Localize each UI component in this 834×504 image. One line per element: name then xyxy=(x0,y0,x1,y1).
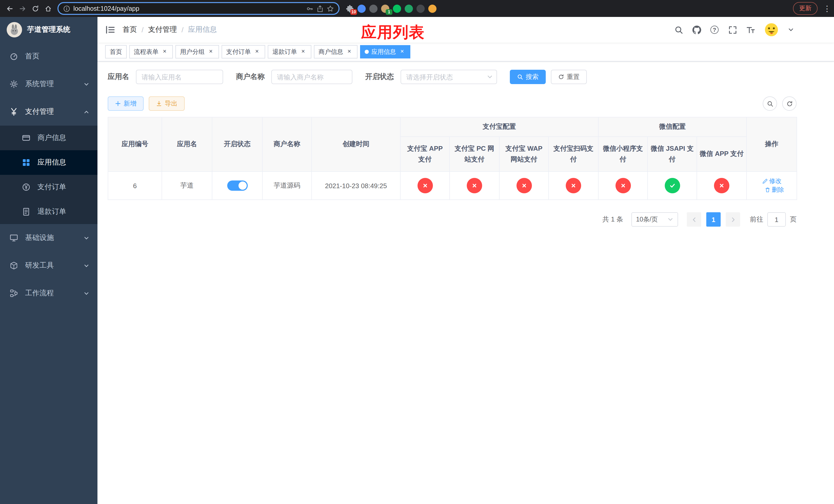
export-button[interactable]: 导出 xyxy=(149,96,185,111)
merchant-input[interactable] xyxy=(271,70,352,84)
site-info-icon[interactable] xyxy=(63,5,70,12)
extension-badge: 1 xyxy=(386,9,392,15)
goto-label: 前往 xyxy=(750,215,763,224)
extension-green-square-icon[interactable] xyxy=(405,4,413,13)
user-avatar[interactable] xyxy=(764,22,779,38)
merchant-label: 商户名称 xyxy=(236,72,265,82)
sidebar-item-workflow[interactable]: 工作流程 xyxy=(0,279,97,307)
browser-forward-icon[interactable] xyxy=(16,3,28,14)
logo-rabbit-icon xyxy=(7,22,22,38)
github-icon[interactable] xyxy=(692,25,701,35)
table-row: 6 芋道 芋道源码 2021-10-23 08:49:25 xyxy=(108,171,797,200)
user-menu-caret-icon[interactable] xyxy=(788,27,794,33)
header-search-icon[interactable] xyxy=(674,25,683,35)
sidebar-item-infrastructure[interactable]: 基础设施 xyxy=(0,224,97,252)
extension-dark-circle-icon[interactable] xyxy=(416,4,425,13)
password-key-icon[interactable] xyxy=(306,5,313,12)
search-button[interactable]: 搜索 xyxy=(510,70,546,84)
sidebar-item-payment[interactable]: 支付管理 xyxy=(0,98,97,125)
cell-app-id: 6 xyxy=(108,171,162,200)
sidebar-item-dev-tools[interactable]: 研发工具 xyxy=(0,252,97,279)
delete-button[interactable]: 删除 xyxy=(765,186,784,194)
extension-gray-globe-icon[interactable] xyxy=(369,4,377,13)
page-number-button[interactable]: 1 xyxy=(706,212,721,227)
tab-pay-order[interactable]: 支付订单× xyxy=(222,45,265,59)
fullscreen-icon[interactable] xyxy=(728,25,737,35)
col-app-id: 应用编号 xyxy=(108,117,162,171)
sidebar-logo[interactable]: 芋道管理系统 xyxy=(0,17,97,43)
breadcrumb-item[interactable]: 首页 xyxy=(123,25,137,35)
col-app-name: 应用名 xyxy=(162,117,212,171)
browser-menu-icon[interactable]: ⋮ xyxy=(823,4,830,13)
enabled-status-icon xyxy=(664,178,680,193)
browser-home-icon[interactable] xyxy=(42,3,54,14)
tab-label: 退款订单 xyxy=(272,47,297,56)
tab-merchant-info[interactable]: 商户信息× xyxy=(314,45,357,59)
browser-back-icon[interactable] xyxy=(4,3,15,14)
chevron-up-icon xyxy=(84,109,89,115)
app-header: 首页/支付管理/应用信息 ? xyxy=(97,17,834,43)
breadcrumb-separator: / xyxy=(181,26,184,34)
status-select[interactable] xyxy=(401,70,497,84)
status-select-input[interactable] xyxy=(401,70,497,84)
sidebar-item-merchant-info[interactable]: 商户信息 xyxy=(0,125,97,150)
extension-tan-avatar-icon[interactable]: 1 xyxy=(381,4,389,13)
goto-suffix: 页 xyxy=(790,215,796,224)
disabled-status-icon xyxy=(467,178,482,193)
col-status: 开启状态 xyxy=(212,117,262,171)
page-size-select[interactable]: 10条/页 xyxy=(631,212,678,227)
tab-close-icon[interactable]: × xyxy=(300,48,307,55)
sidebar-item-home[interactable]: 首页 xyxy=(0,43,97,70)
tab-close-icon[interactable]: × xyxy=(207,48,214,55)
sidebar-item-system[interactable]: 系统管理 xyxy=(0,70,97,98)
address-bar[interactable]: localhost:1024/pay/app xyxy=(58,2,339,15)
tab-app-info[interactable]: 应用信息× xyxy=(360,45,410,59)
sidebar-toggle-icon[interactable] xyxy=(105,25,115,35)
extension-wechat-green-icon[interactable] xyxy=(393,4,401,13)
tab-home[interactable]: 首页 xyxy=(105,45,127,59)
next-page-button[interactable] xyxy=(726,212,740,227)
cell-merchant: 芋道源码 xyxy=(262,171,312,200)
sidebar-item-pay-order[interactable]: 支付订单 xyxy=(0,175,97,200)
filter-app-name: 应用名 xyxy=(108,70,223,84)
cell-status xyxy=(212,171,262,200)
toggle-search-button[interactable] xyxy=(763,96,777,111)
prev-page-button[interactable] xyxy=(687,212,701,227)
tab-refund-order[interactable]: 退款订单× xyxy=(268,45,311,59)
breadcrumb-item[interactable]: 支付管理 xyxy=(148,25,177,35)
tab-close-icon[interactable]: × xyxy=(346,48,353,55)
extension-blue-drop-icon[interactable] xyxy=(357,4,366,13)
tab-label: 用户分组 xyxy=(180,47,205,56)
main-area: 应用列表 首页/支付管理/应用信息 ? 首页流程表单×用户 xyxy=(97,17,834,504)
grid-icon xyxy=(22,158,30,167)
bookmark-star-icon[interactable] xyxy=(327,5,334,12)
share-icon[interactable] xyxy=(316,5,324,12)
sidebar-item-refund-order[interactable]: 退款订单 xyxy=(0,200,97,224)
refresh-table-button[interactable] xyxy=(782,96,796,111)
group-header-wechat: 微信配置 xyxy=(598,117,747,137)
col-wechat-app: 微信 APP 支付 xyxy=(697,137,747,171)
goto-page: 前往 页 xyxy=(750,212,796,227)
search-button-label: 搜索 xyxy=(526,72,539,81)
help-icon[interactable]: ? xyxy=(710,25,719,35)
sidebar-item-label: 退款订单 xyxy=(38,207,66,216)
tab-close-icon[interactable]: × xyxy=(161,48,168,55)
font-size-icon[interactable] xyxy=(746,25,755,35)
extension-puzzle-icon[interactable]: 10 xyxy=(346,4,354,13)
status-toggle[interactable] xyxy=(227,181,247,191)
sidebar-item-app-info[interactable]: 应用信息 xyxy=(0,150,97,175)
app-name-input[interactable] xyxy=(136,70,223,84)
goto-page-input[interactable] xyxy=(767,212,786,227)
edit-button[interactable]: 修改 xyxy=(762,177,782,186)
disabled-status-icon xyxy=(615,178,631,193)
tab-close-icon[interactable]: × xyxy=(254,48,261,55)
tab-flow-form[interactable]: 流程表单× xyxy=(129,45,173,59)
browser-reload-icon[interactable] xyxy=(29,3,41,14)
add-button[interactable]: 新增 xyxy=(108,96,144,111)
browser-update-button[interactable]: 更新 xyxy=(793,2,818,15)
reset-button[interactable]: 重置 xyxy=(551,70,587,84)
tab-close-icon[interactable]: × xyxy=(398,48,406,55)
tab-user-group[interactable]: 用户分组× xyxy=(175,45,219,59)
sidebar: 芋道管理系统 首页系统管理支付管理商户信息应用信息支付订单退款订单基础设施研发工… xyxy=(0,17,97,504)
extension-orange-face-icon[interactable] xyxy=(428,4,437,13)
